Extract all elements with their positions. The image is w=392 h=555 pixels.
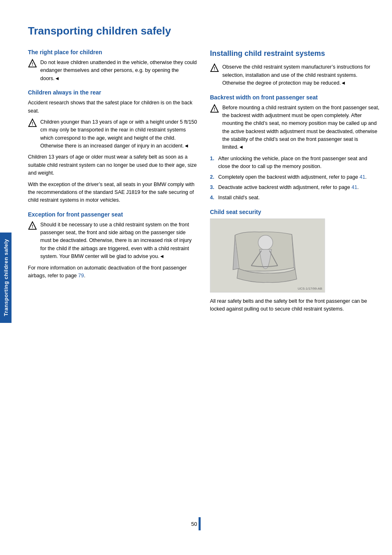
child-seat-image: UCS-1/17/99-AB [210, 219, 325, 292]
image-caption: UCS-1/17/99-AB [297, 287, 322, 290]
step-3: 3. Deactivate active backrest width adju… [210, 184, 380, 191]
page-title: Transporting children safely [28, 25, 380, 37]
step-4-text: Install child's seat. [218, 194, 380, 202]
right-column: Installing child restraint systems ! Obs… [210, 49, 380, 316]
section-heading-right-place: The right place for children [28, 49, 198, 55]
warning-icon-airbag: ! [28, 221, 37, 230]
step-3-num: 3. [210, 184, 218, 191]
section-heading-rear: Children always in the rear [28, 89, 198, 96]
left-column: The right place for children ! Do not le… [28, 49, 198, 316]
warning-text-backrest: Before mounting a child restraint system… [222, 104, 380, 152]
warning-text-age: Children younger than 13 years of age or… [40, 118, 198, 150]
page-number: 50 [191, 521, 197, 527]
warning-block-backrest: ! Before mounting a child restraint syst… [210, 104, 380, 152]
link-step3-page41[interactable]: 41 [351, 184, 357, 190]
child-seat-svg [210, 219, 325, 292]
step-2-num: 2. [210, 173, 218, 181]
page-number-area: 50 [191, 517, 201, 530]
two-column-layout: The right place for children ! Do not le… [28, 49, 380, 316]
warning-text-unattended: Do not leave children unattended in the … [40, 59, 198, 83]
svg-text:!: ! [32, 122, 33, 126]
section-heading-backrest: Backrest width on front passenger seat [210, 94, 380, 101]
svg-text:!: ! [214, 67, 215, 71]
warning-icon-backrest: ! [210, 104, 219, 113]
link-page-79[interactable]: 79 [78, 273, 84, 279]
step-1-text: After unlocking the vehicle, place on th… [218, 155, 380, 171]
warning-text-airbag: Should it be necessary to use a child re… [40, 221, 198, 261]
step-2: 2. Completely open the backrest width ad… [210, 173, 380, 181]
link-step2-page41[interactable]: 41 [360, 174, 365, 180]
step-1: 1. After unlocking the vehicle, place on… [210, 155, 380, 171]
warning-text-install: Observe the child restraint system manuf… [222, 63, 380, 87]
step-3-text: Deactivate active backrest width adjustm… [218, 184, 380, 191]
svg-text:!: ! [32, 224, 33, 229]
para-safest-place: Accident research shows that the safest … [28, 99, 198, 115]
section-heading-exception: Exception for front passenger seat [28, 211, 198, 218]
step-1-num: 1. [210, 155, 218, 171]
para-auto-deactivation: For more information on automatic deacti… [28, 264, 198, 280]
sidebar-tab-label: Transporting children safely [3, 239, 9, 316]
warning-block-age: ! Children younger than 13 years of age … [28, 118, 198, 150]
warning-block-airbag: ! Should it be necessary to use a child … [28, 221, 198, 261]
page-marker [199, 517, 201, 530]
para-13-years: Children 13 years of age or older must w… [28, 153, 198, 177]
step-2-text: Completely open the backrest width adjus… [218, 173, 380, 181]
sidebar-tab: Transporting children safely [0, 233, 12, 323]
step-4-num: 4. [210, 194, 218, 202]
svg-text:!: ! [214, 107, 215, 112]
warning-block-install: ! Observe the child restraint system man… [210, 63, 380, 87]
warning-icon-unattended: ! [28, 59, 37, 68]
right-column-title: Installing child restraint systems [210, 49, 380, 58]
para-child-seat-security: All rear safety belts and the safety bel… [210, 297, 380, 313]
warning-icon-age: ! [28, 118, 37, 127]
warning-block-unattended: ! Do not leave children unattended in th… [28, 59, 198, 83]
main-content: Transporting children safely The right p… [16, 0, 392, 555]
step-4: 4. Install child's seat. [210, 194, 380, 202]
svg-point-11 [258, 235, 273, 250]
sidebar: Transporting children safely [0, 0, 16, 555]
para-sae: With the exception of the driver’s seat,… [28, 181, 198, 205]
warning-icon-install: ! [210, 63, 219, 72]
svg-text:!: ! [32, 62, 33, 67]
section-heading-child-seat: Child seat security [210, 209, 380, 215]
installation-steps: 1. After unlocking the vehicle, place on… [210, 155, 380, 202]
